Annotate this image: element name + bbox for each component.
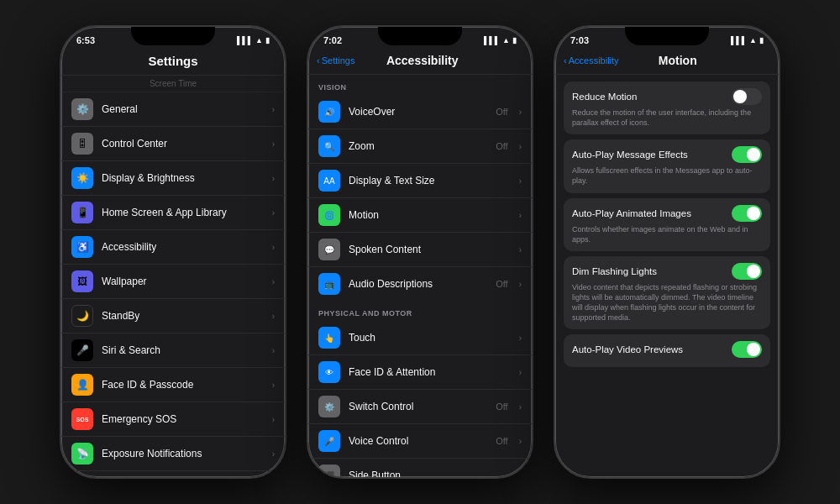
acc-label-zoom: Zoom xyxy=(349,140,487,152)
acc-chevron-motion: › xyxy=(519,211,522,220)
acc-icon-side-btn: ⬛ xyxy=(318,465,340,477)
vision-section-header: VISION xyxy=(308,75,532,95)
acc-label-touch: Touch xyxy=(349,332,511,344)
settings-item-home-screen[interactable]: 📱 Home Screen & App Library › xyxy=(61,196,285,230)
toggle-switch-reduce-motion[interactable] xyxy=(732,88,762,105)
toggle-desc-reduce-motion: Reduce the motion of the user interface,… xyxy=(572,108,762,128)
settings-icon-faceid: 👤 xyxy=(71,374,93,396)
toggle-switch-autoplay-images[interactable] xyxy=(732,205,762,222)
toggle-card-dim-flashing: Dim Flashing Lights Video content that d… xyxy=(564,256,770,330)
settings-item-display[interactable]: ☀️ Display & Brightness › xyxy=(61,161,285,196)
acc-item-audio-desc[interactable]: 📺 Audio Descriptions Off › xyxy=(308,267,532,301)
acc-label-audio-desc: Audio Descriptions xyxy=(349,278,487,290)
settings-label-exposure: Exposure Notifications xyxy=(102,448,264,459)
signal-icon-2: ▌▌▌ xyxy=(484,36,500,45)
settings-label-siri: Siri & Search xyxy=(102,344,264,356)
acc-value-voice-ctrl: Off xyxy=(496,436,507,446)
battery-icon-3: ▮ xyxy=(759,36,764,45)
wifi-icon-3: ▲ xyxy=(749,36,757,45)
acc-item-faceid-attn[interactable]: 👁 Face ID & Attention › xyxy=(308,355,532,390)
settings-item-general[interactable]: ⚙️ General › xyxy=(61,92,285,127)
acc-chevron-zoom: › xyxy=(519,142,522,151)
settings-chevron-faceid: › xyxy=(272,381,275,390)
settings-chevron-general: › xyxy=(272,105,275,114)
back-button-2[interactable]: ‹ Settings xyxy=(317,55,354,66)
acc-label-side-btn: Side Button xyxy=(349,470,511,477)
accessibility-nav: ‹ Settings Accessibility xyxy=(308,50,532,75)
battery-icon-1: ▮ xyxy=(265,36,270,45)
settings-item-faceid[interactable]: 👤 Face ID & Passcode › xyxy=(61,368,285,402)
acc-icon-voice-ctrl: 🎤 xyxy=(318,430,340,452)
settings-label-wallpaper: Wallpaper xyxy=(102,276,264,287)
settings-item-siri[interactable]: 🎤 Siri & Search › xyxy=(61,333,285,368)
settings-chevron-standby: › xyxy=(272,312,275,321)
toggle-label-autoplay-messages: Auto-Play Message Effects xyxy=(572,150,688,160)
settings-label-home-screen: Home Screen & App Library xyxy=(102,207,264,218)
settings-chevron-home-screen: › xyxy=(272,208,275,218)
toggle-card-autoplay-images: Auto-Play Animated Images Controls wheth… xyxy=(564,198,770,251)
acc-item-spoken[interactable]: 💬 Spoken Content › xyxy=(308,233,532,267)
settings-label-control-center: Control Center xyxy=(102,138,264,150)
settings-list: Screen Time ⚙️ General › 🎛 Control Cente… xyxy=(61,76,285,477)
signal-icon-3: ▌▌▌ xyxy=(731,36,747,45)
acc-item-voice-ctrl[interactable]: 🎤 Voice Control Off › xyxy=(308,424,532,459)
acc-icon-motion: 🌀 xyxy=(318,204,340,226)
acc-item-motion[interactable]: 🌀 Motion › xyxy=(308,198,532,233)
toggle-desc-dim-flashing: Video content that depicts repeated flas… xyxy=(572,282,762,323)
physical-section-header: PHYSICAL AND MOTOR xyxy=(308,301,532,321)
settings-item-exposure[interactable]: 📡 Exposure Notifications › xyxy=(61,437,285,471)
settings-icon-siri: 🎤 xyxy=(71,339,93,361)
vision-items: 🔊 VoiceOver Off › 🔍 Zoom Off › AA Displa… xyxy=(308,95,532,301)
battery-icon-2: ▮ xyxy=(512,36,517,45)
acc-icon-spoken: 💬 xyxy=(318,239,340,260)
toggle-label-dim-flashing: Dim Flashing Lights xyxy=(572,266,657,276)
settings-item-battery[interactable]: 🔋 Battery › xyxy=(61,471,285,477)
settings-label-standby: StandBy xyxy=(102,310,264,322)
settings-item-wallpaper[interactable]: 🖼 Wallpaper › xyxy=(61,265,285,299)
settings-icon-home-screen: 📱 xyxy=(71,202,93,223)
settings-item-emergency[interactable]: SOS Emergency SOS › xyxy=(61,402,285,437)
notch-3 xyxy=(625,27,709,45)
status-icons-3: ▌▌▌ ▲ ▮ xyxy=(731,36,764,45)
acc-icon-zoom: 🔍 xyxy=(318,135,340,157)
toggle-desc-autoplay-images: Controls whether images animate on the W… xyxy=(572,224,762,244)
toggle-switch-dim-flashing[interactable] xyxy=(732,263,762,280)
toggle-switch-autoplay-video[interactable] xyxy=(732,341,762,358)
settings-item-standby[interactable]: 🌙 StandBy › xyxy=(61,299,285,333)
acc-value-voiceover: Off xyxy=(496,107,507,117)
toggle-label-autoplay-video: Auto-Play Video Previews xyxy=(572,344,683,354)
acc-item-side-btn[interactable]: ⬛ Side Button › xyxy=(308,459,532,477)
back-button-3[interactable]: ‹ Accessibility xyxy=(564,55,619,66)
acc-item-display-text[interactable]: AA Display & Text Size › xyxy=(308,164,532,198)
time-2: 7:02 xyxy=(323,35,342,45)
acc-chevron-faceid-attn: › xyxy=(519,368,522,377)
acc-chevron-spoken: › xyxy=(519,245,522,255)
acc-item-touch[interactable]: 👆 Touch › xyxy=(308,321,532,355)
acc-chevron-display-text: › xyxy=(519,176,522,186)
motion-nav: ‹ Accessibility Motion xyxy=(555,50,779,75)
settings-items-container: ⚙️ General › 🎛 Control Center › ☀️ Displ… xyxy=(61,92,285,477)
phone-3-motion: 7:03 ▌▌▌ ▲ ▮ ‹ Accessibility Motion Redu… xyxy=(554,25,780,479)
screen-content-3: ‹ Accessibility Motion Reduce Motion Red… xyxy=(555,50,779,477)
acc-item-voiceover[interactable]: 🔊 VoiceOver Off › xyxy=(308,95,532,129)
settings-item-control-center[interactable]: 🎛 Control Center › xyxy=(61,127,285,161)
settings-chevron-accessibility: › xyxy=(272,243,275,252)
toggle-header-reduce-motion: Reduce Motion xyxy=(572,88,762,105)
toggle-card-autoplay-messages: Auto-Play Message Effects Allows fullscr… xyxy=(564,139,770,192)
wifi-icon-2: ▲ xyxy=(502,36,510,45)
phone-2-accessibility: 7:02 ▌▌▌ ▲ ▮ ‹ Settings Accessibility VI… xyxy=(307,25,533,479)
settings-item-accessibility[interactable]: ♿ Accessibility › xyxy=(61,230,285,265)
acc-item-switch[interactable]: ⚙️ Switch Control Off › xyxy=(308,390,532,424)
settings-icon-control-center: 🎛 xyxy=(71,133,93,155)
acc-chevron-side-btn: › xyxy=(519,471,522,478)
settings-icon-accessibility: ♿ xyxy=(71,236,93,258)
toggle-desc-autoplay-messages: Allows fullscreen effects in the Message… xyxy=(572,165,762,186)
settings-label-accessibility: Accessibility xyxy=(102,241,264,253)
settings-label-general: General xyxy=(102,103,264,115)
acc-item-zoom[interactable]: 🔍 Zoom Off › xyxy=(308,129,532,164)
notch-2 xyxy=(378,27,462,45)
acc-icon-touch: 👆 xyxy=(318,327,340,349)
accessibility-title: Accessibility xyxy=(354,54,490,67)
toggle-switch-autoplay-messages[interactable] xyxy=(732,146,762,163)
settings-icon-standby: 🌙 xyxy=(71,305,93,327)
